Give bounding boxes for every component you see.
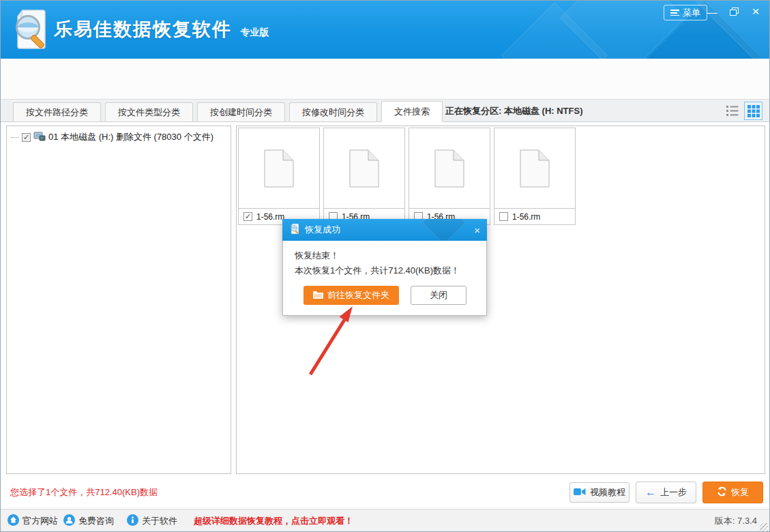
file-checkbox[interactable] [499,212,508,221]
file-thumbnail [324,128,404,208]
tree-item-disk[interactable]: ✓ 01 本地磁盘 (H:) 删除文件 (78030 个文件) [7,126,231,143]
document-icon [520,149,550,188]
tree-item-label: 01 本地磁盘 (H:) 删除文件 (78030 个文件) [48,131,213,143]
recover-button[interactable]: 恢复 [702,482,763,503]
open-recovery-folder-button[interactable]: 前往恢复文件夹 [303,286,399,305]
refresh-recover-icon [717,486,727,499]
list-view-icon[interactable] [724,102,741,120]
about-software-link[interactable]: 关于软件 [127,509,177,532]
video-tutorial-label: 视频教程 [590,486,625,499]
edition-badge: 专业版 [240,27,269,38]
dialog-message-line2: 本次恢复1个文件，共计712.40(KB)数据！ [295,265,460,277]
menu-icon [670,10,679,16]
grid-view-icon[interactable] [744,102,762,120]
open-folder-label: 前往恢复文件夹 [327,289,389,301]
file-card[interactable]: 1-56.rm [409,128,490,225]
tree-item-checkbox[interactable]: ✓ [22,133,31,142]
file-name: 1-56.rm [512,212,540,222]
dialog-close-button[interactable]: 关闭 [411,286,467,305]
tab-file-search[interactable]: 文件搜索 [381,101,443,122]
classification-tabbar: 按文件路径分类 按文件类型分类 按创建时间分类 按修改时间分类 文件搜索 正在恢… [1,100,769,122]
folder-icon [313,291,323,301]
info-icon [127,514,138,528]
app-window: 乐易佳数据恢复软件 专业版 菜单 — × 正在扫描文件，如果 [0,0,770,532]
tab-by-created[interactable]: 按创建时间分类 [197,102,285,122]
selection-summary: 您选择了1个文件，共712.40(KB)数据 [10,486,158,499]
home-icon [8,514,19,528]
tutorial-promo-link[interactable]: 超级详细数据恢复教程，点击立即观看！ [194,509,353,532]
dialog-close-icon[interactable]: × [474,219,480,241]
main-content: ✓ 01 本地磁盘 (H:) 删除文件 (78030 个文件) [1,122,769,476]
tabs: 按文件路径分类 按文件类型分类 按创建时间分类 按修改时间分类 文件搜索 [13,101,447,122]
back-label: 上一步 [660,486,687,499]
view-toggle-group [724,102,762,120]
dialog-message-line1: 恢复结束！ [295,250,339,262]
official-website-label: 官方网站 [23,515,58,527]
dialog-title-bar: 恢复成功 × [282,219,487,241]
resize-grip[interactable] [760,523,768,531]
free-consult-link[interactable]: 免费咨询 [63,509,114,532]
minimize-button[interactable]: — [704,3,720,20]
decor-cube [421,219,466,241]
file-thumbnail [494,128,575,208]
partition-status: 正在恢复分区: 本地磁盘 (H: NTFS) [445,100,582,122]
free-consult-label: 免费咨询 [78,515,114,527]
document-icon [264,149,294,188]
recovery-success-dialog: 恢复成功 × 恢复结束！ 本次恢复1个文件，共计712.40(KB)数据！ 前往… [282,219,487,316]
official-website-link[interactable]: 官方网站 [8,509,58,532]
menu-label: 菜单 [683,7,700,19]
recover-label: 恢复 [731,486,749,499]
window-controls: — × [704,3,764,20]
about-software-label: 关于软件 [142,515,177,527]
file-name-row: 1-56.rm [494,208,575,224]
title-bar: 乐易佳数据恢复软件 专业版 菜单 — × [1,1,769,59]
video-tutorial-button[interactable]: 视频教程 [569,482,630,503]
document-icon [434,149,464,188]
dialog-title: 恢复成功 [305,224,340,236]
document-icon [349,149,379,188]
dialog-logo-icon [289,223,301,237]
back-button[interactable]: ← 上一步 [636,482,696,503]
maximize-button[interactable] [726,3,742,20]
dialog-body: 恢复结束！ 本次恢复1个文件，共计712.40(KB)数据！ 前往恢复文件夹 关… [282,241,487,316]
tree-branch-line [11,137,19,138]
file-card[interactable]: ✓ 1-56.rm [238,128,320,225]
consult-person-icon [63,514,75,528]
tree-panel: ✓ 01 本地磁盘 (H:) 删除文件 (78030 个文件) [6,125,231,474]
footer-bar: 官方网站 免费咨询 关于软件 超级详细数据恢复教程，点击立 [1,509,769,532]
scan-status-panel: 正在扫描文件，如果已经找到您丢失的文件，可以立即恢复，不用等待扫描结束！ 扫描范… [1,59,769,100]
menu-button[interactable]: 菜单 [664,5,707,20]
app-title-group: 乐易佳数据恢复软件 专业版 [54,17,269,42]
tab-by-modified[interactable]: 按修改时间分类 [289,102,377,122]
tab-by-path[interactable]: 按文件路径分类 [13,102,101,122]
video-camera-icon [574,488,586,498]
back-arrow-icon: ← [645,487,656,498]
file-thumbnail [409,128,490,208]
app-logo-icon [12,7,51,55]
version-label: 版本: 7.3.4 [715,509,757,532]
file-card[interactable]: 1-56.rm [323,128,405,225]
drive-icon [33,132,46,143]
tab-by-type[interactable]: 按文件类型分类 [105,102,193,122]
file-name: 1-56.rm [256,212,284,222]
file-thumbnail [239,128,319,208]
bottom-action-bar: 您选择了1个文件，共712.40(KB)数据 视频教程 ← 上一步 [1,476,769,509]
file-checkbox[interactable]: ✓ [243,212,252,221]
app-title: 乐易佳数据恢复软件 [54,19,232,40]
close-button[interactable]: × [747,3,764,20]
file-card[interactable]: 1-56.rm [494,128,576,225]
